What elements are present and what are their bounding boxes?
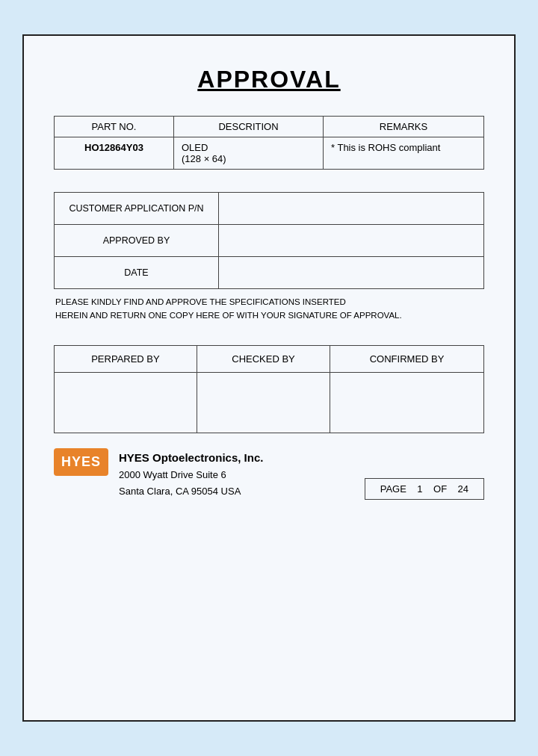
notice-line1: PLEASE KINDLY FIND AND APPROVE THE SPECI…	[55, 295, 484, 309]
document-page: APPROVAL PART NO. DESCRITION REMARKS HO1…	[22, 34, 516, 722]
col-header-part-no: PART NO.	[55, 117, 174, 137]
address-line1: 2000 Wyatt Drive Suite 6	[119, 467, 263, 483]
description-line1: OLED	[182, 142, 208, 153]
address-line2: Santa Clara, CA 95054 USA	[119, 483, 263, 500]
document-title: APPROVAL	[54, 66, 484, 93]
customer-app-label: CUSTOMER APPLICATION P/N	[55, 193, 219, 225]
page-current: 1	[417, 483, 422, 495]
remarks-cell: * This is ROHS compliant	[324, 137, 484, 170]
notice-line2: HEREIN AND RETURN ONE COPY HERE OF WITH …	[55, 309, 484, 322]
page-label: PAGE	[380, 483, 406, 495]
signatures-table: PERPARED BY CHECKED BY CONFIRMED BY	[54, 345, 484, 433]
notice-text: PLEASE KINDLY FIND AND APPROVE THE SPECI…	[54, 295, 484, 323]
customer-app-value	[219, 193, 484, 225]
table-row: HO12864Y03 OLED (128 × 64) * This is ROH…	[55, 137, 484, 170]
description-line2: (128 × 64)	[182, 153, 226, 164]
part-no-cell: HO12864Y03	[55, 137, 174, 170]
approved-by-row: APPROVED BY	[55, 225, 484, 257]
page-number-box: PAGE 1 OF 24	[365, 478, 484, 500]
sig-header-prepared: PERPARED BY	[55, 345, 197, 372]
date-label: DATE	[55, 257, 219, 289]
sig-row	[55, 372, 484, 433]
page-of: OF	[433, 483, 447, 495]
sig-prepared-cell	[55, 372, 197, 433]
part-table: PART NO. DESCRITION REMARKS HO12864Y03 O…	[54, 116, 484, 170]
page-total: 24	[458, 483, 469, 495]
col-header-remarks: REMARKS	[324, 117, 484, 137]
sig-header-confirmed: CONFIRMED BY	[330, 345, 484, 372]
company-info: HYES Optoelectronics, Inc. 2000 Wyatt Dr…	[119, 448, 263, 501]
sig-header-checked: CHECKED BY	[197, 345, 330, 372]
sig-confirmed-cell	[330, 372, 484, 433]
company-name: HYES Optoelectronics, Inc.	[119, 448, 263, 468]
col-header-description: DESCRITION	[174, 117, 324, 137]
customer-app-row: CUSTOMER APPLICATION P/N	[55, 193, 484, 225]
footer: HYES HYES Optoelectronics, Inc. 2000 Wya…	[54, 448, 484, 501]
date-value	[219, 257, 484, 289]
description-cell: OLED (128 × 64)	[174, 137, 324, 170]
date-row: DATE	[55, 257, 484, 289]
hyes-logo: HYES	[54, 448, 108, 476]
approved-by-value	[219, 225, 484, 257]
sig-checked-cell	[197, 372, 330, 433]
approved-by-label: APPROVED BY	[55, 225, 219, 257]
customer-table: CUSTOMER APPLICATION P/N APPROVED BY DAT…	[54, 192, 484, 289]
